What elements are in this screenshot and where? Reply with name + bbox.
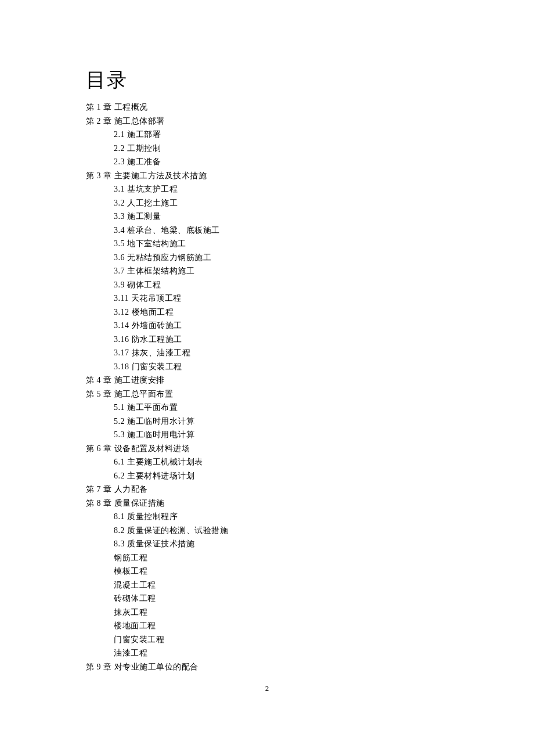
toc-entry: 抹灰工程 — [114, 606, 450, 620]
toc-entry: 3.4 桩承台、地梁、底板施工 — [114, 224, 450, 237]
toc-entry: 3.1 基坑支护工程 — [114, 182, 450, 196]
toc-entry: 2.2 工期控制 — [114, 142, 450, 156]
toc-entry: 8.3 质量保证技术措施 — [114, 537, 450, 551]
toc-entry: 砖砌体工程 — [114, 592, 450, 606]
toc-entry: 门窗安装工程 — [114, 633, 450, 647]
toc-entry: 第 2 章 施工总体部署 — [86, 114, 450, 128]
toc-entry: 8.1 质量控制程序 — [114, 510, 450, 524]
toc-entry: 3.12 楼地面工程 — [114, 305, 450, 319]
toc-entry: 2.3 施工准备 — [114, 155, 450, 169]
toc-entry: 3.3 施工测量 — [114, 210, 450, 224]
toc-entry: 8.2 质量保证的检测、试验措施 — [114, 524, 450, 538]
toc-entry: 钢筋工程 — [114, 551, 450, 565]
toc-entry: 第 3 章 主要施工方法及技术措施 — [86, 169, 450, 183]
toc-title: 目录 — [86, 67, 450, 93]
toc-entry: 第 1 章 工程概况 — [86, 100, 450, 114]
toc-entry: 第 7 章 人力配备 — [86, 483, 450, 496]
toc-entry: 第 9 章 对专业施工单位的配合 — [86, 660, 450, 674]
toc-entry: 3.2 人工挖土施工 — [114, 196, 450, 210]
toc-entry: 油漆工程 — [114, 646, 450, 660]
toc-entry: 3.5 地下室结构施工 — [114, 237, 450, 251]
toc-entry: 2.1 施工部署 — [114, 128, 450, 142]
toc-entry: 3.17 抹灰、油漆工程 — [114, 346, 450, 360]
toc-entry: 模板工程 — [114, 564, 450, 578]
toc-entry: 混凝土工程 — [114, 578, 450, 592]
toc-entry: 3.14 外墙面砖施工 — [114, 319, 450, 333]
toc-entry: 3.18 门窗安装工程 — [114, 360, 450, 374]
document-page: 目录 第 1 章 工程概况第 2 章 施工总体部署2.1 施工部署2.2 工期控… — [0, 0, 534, 674]
toc-entry: 6.1 主要施工机械计划表 — [114, 455, 450, 469]
toc-entry: 第 8 章 质量保证措施 — [86, 496, 450, 510]
toc-entry: 6.2 主要材料进场计划 — [114, 469, 450, 483]
toc-entry: 楼地面工程 — [114, 619, 450, 633]
toc-entry: 第 6 章 设备配置及材料进场 — [86, 442, 450, 456]
toc-entry: 3.7 主体框架结构施工 — [114, 264, 450, 278]
toc-entry: 3.11 天花吊顶工程 — [114, 291, 450, 305]
toc-entry: 5.1 施工平面布置 — [114, 401, 450, 415]
toc-entry: 第 4 章 施工进度安排 — [86, 373, 450, 387]
toc-entry: 3.6 无粘结预应力钢筋施工 — [114, 251, 450, 265]
toc-entry: 第 5 章 施工总平面布置 — [86, 387, 450, 401]
toc-entry: 5.2 施工临时用水计算 — [114, 415, 450, 429]
toc-body: 第 1 章 工程概况第 2 章 施工总体部署2.1 施工部署2.2 工期控制2.… — [86, 100, 450, 674]
toc-entry: 3.9 砌体工程 — [114, 278, 450, 292]
toc-entry: 3.16 防水工程施工 — [114, 333, 450, 347]
toc-entry: 5.3 施工临时用电计算 — [114, 428, 450, 442]
page-number: 2 — [0, 684, 534, 693]
